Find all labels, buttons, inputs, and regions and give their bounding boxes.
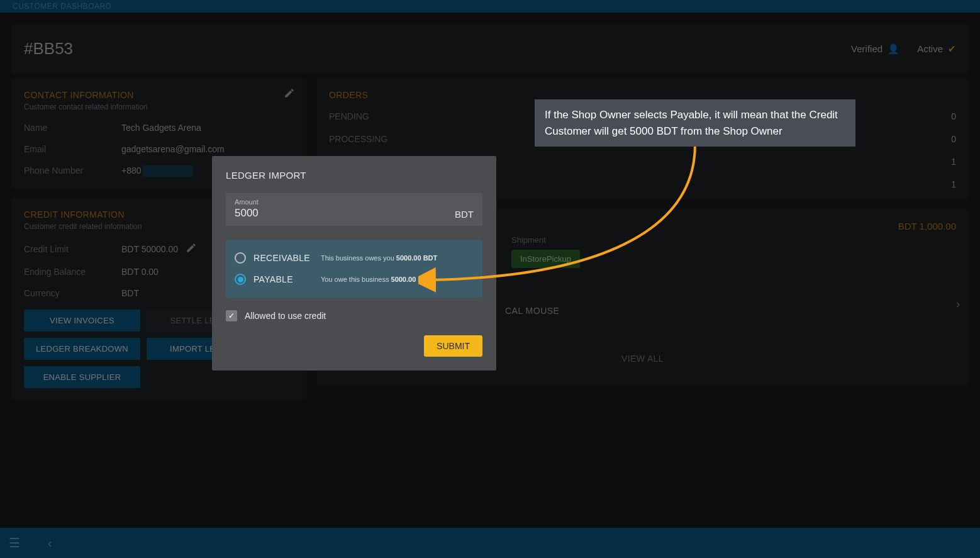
modal-title: LEDGER IMPORT xyxy=(226,170,482,181)
receivable-option[interactable]: RECEIVABLE This business owes you 5000.0… xyxy=(235,247,474,269)
amount-label: Amount xyxy=(235,198,259,206)
payable-description: You owe this business 5000.00 BDT xyxy=(321,276,432,283)
ledger-import-modal: LEDGER IMPORT Amount 5000 BDT RECEIVABLE… xyxy=(212,156,496,371)
ledger-type-group: RECEIVABLE This business owes you 5000.0… xyxy=(226,240,482,298)
allow-credit-label: Allowed to use credit xyxy=(245,311,326,321)
amount-currency: BDT xyxy=(455,209,474,220)
allow-credit-checkbox[interactable]: ✓ Allowed to use credit xyxy=(226,310,482,321)
amount-input[interactable]: Amount 5000 BDT xyxy=(226,193,482,226)
radio-selected-icon xyxy=(235,274,246,285)
submit-button[interactable]: SUBMIT xyxy=(424,335,482,357)
amount-value: 5000 xyxy=(235,207,259,220)
payable-option[interactable]: PAYABLE You owe this business 5000.00 BD… xyxy=(235,269,474,290)
payable-label: PAYABLE xyxy=(253,274,313,284)
radio-icon xyxy=(235,252,246,264)
annotation-tooltip: If the Shop Owner selects Payable, it wi… xyxy=(535,99,855,147)
receivable-description: This business owes you 5000.00 BDT xyxy=(321,254,437,262)
checkbox-checked-icon: ✓ xyxy=(226,310,237,321)
receivable-label: RECEIVABLE xyxy=(253,253,313,263)
